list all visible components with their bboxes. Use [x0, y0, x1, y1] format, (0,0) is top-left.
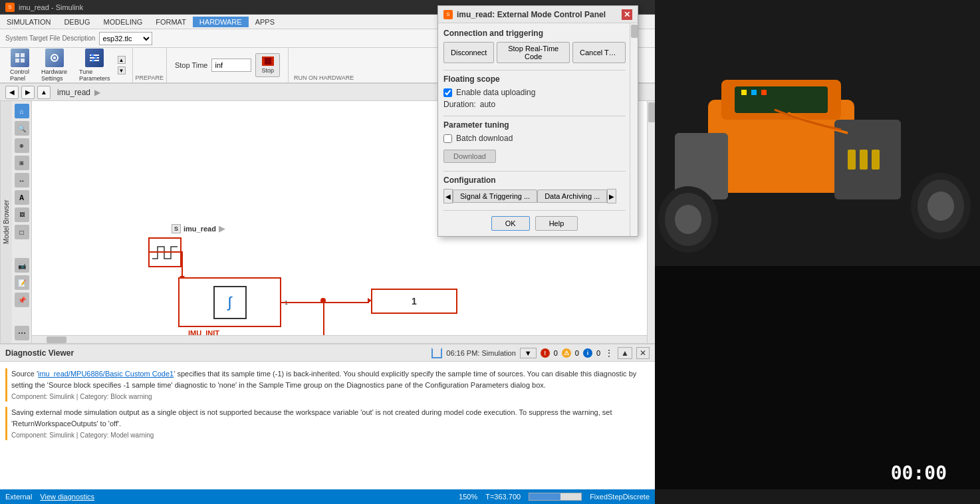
status-time: T=363.700: [485, 493, 521, 501]
canvas-scrollbar-h[interactable]: [32, 335, 647, 343]
diagnostic-content: Source 'imu_read/MPU6886/Basic Custom Co…: [0, 362, 655, 475]
stop-btn[interactable]: Stop: [255, 53, 280, 77]
system-target-select[interactable]: esp32.tlc: [99, 32, 152, 45]
sidebar-icon-text[interactable]: A: [15, 190, 29, 205]
hardware-settings-btn[interactable]: HardwareSettings: [37, 46, 72, 84]
dropdown-arrow-up[interactable]: ▲: [118, 56, 126, 64]
status-zoom: 150%: [459, 493, 477, 501]
svg-rect-0: [15, 53, 19, 57]
svg-rect-30: [872, 150, 880, 170]
svg-point-9: [91, 54, 94, 57]
separator-1: [443, 70, 626, 70]
sidebar-icon-image[interactable]: 🖼: [15, 207, 29, 222]
section2-title: Floating scope: [443, 74, 626, 84]
conn-line-horiz1: [149, 251, 182, 253]
sidebar-icon-camera[interactable]: 📷: [15, 258, 29, 273]
status-solver: FixedStepDiscrete: [590, 493, 650, 501]
nav-forward-btn[interactable]: ▶: [21, 86, 35, 99]
tune-parameters-btn[interactable]: TuneParameters: [74, 46, 115, 84]
dialog-close-btn[interactable]: ✕: [622, 9, 632, 20]
scrollbar-thumb-h[interactable]: [47, 336, 66, 343]
svg-point-20: [675, 205, 701, 234]
close-panel-btn[interactable]: ✕: [636, 347, 650, 359]
ok-btn[interactable]: OK: [491, 216, 530, 231]
sidebar-icon-arrows[interactable]: ↔: [15, 173, 29, 188]
control-panel-btn[interactable]: ControlPanel: [5, 46, 34, 84]
dialog-body: Connection and triggering Disconnect Sto…: [438, 23, 638, 236]
menu-format[interactable]: FORMAT: [149, 17, 193, 27]
scrollbar-thumb-v[interactable]: [648, 102, 655, 122]
diag-message-1: Source 'imu_read/MPU6886/Basic Custom Co…: [5, 368, 650, 402]
batch-download-label: Batch download: [456, 134, 513, 143]
nav-up-btn[interactable]: ▲: [37, 86, 51, 99]
sidebar-icon-home[interactable]: ⌂: [15, 104, 29, 118]
menu-simulation[interactable]: SIMULATION: [0, 17, 57, 27]
data-archiving-tab[interactable]: Data Archiving ...: [537, 189, 607, 203]
external-mode-dialog: S imu_read: External Mode Control Panel …: [437, 5, 638, 237]
more-options-btn[interactable]: ⋮: [604, 348, 614, 358]
dialog-scrollbar[interactable]: [630, 23, 638, 236]
svg-rect-27: [761, 90, 767, 95]
sidebar-icon-pin[interactable]: 📌: [15, 293, 29, 307]
disconnect-btn[interactable]: Disconnect: [443, 42, 494, 63]
warn-icon: ⚠: [562, 348, 571, 358]
diagnostic-time: 06:16 PM: Simulation: [446, 349, 516, 357]
prepare-label: PREPARE: [136, 74, 164, 81]
imu-init-block: ∫ 1: [178, 277, 281, 327]
menu-modeling[interactable]: MODELING: [97, 17, 150, 27]
duration-value: auto: [480, 100, 495, 109]
breadcrumb-arrow: ▶: [94, 88, 100, 97]
sidebar-icon-zoom-out[interactable]: ⊕: [15, 138, 29, 153]
dropdown-arrow-down[interactable]: ▼: [118, 66, 126, 74]
simulation-dropdown[interactable]: ▼: [520, 348, 537, 358]
section1-title: Connection and triggering: [443, 29, 626, 38]
menu-hardware[interactable]: HARDWARE: [193, 17, 249, 27]
diagnostic-controls: 06:16 PM: Simulation ▼ ! 0 ⚠ 0 i 0 ⋮ ▲: [431, 347, 650, 359]
dialog-title: imu_read: External Mode Control Panel: [457, 10, 622, 19]
menu-debug[interactable]: DEBUG: [57, 17, 96, 27]
nav-back-btn[interactable]: ◀: [5, 86, 19, 99]
sidebar-icon-fit[interactable]: ⊞: [15, 156, 29, 170]
run-on-hardware-label: RUN ON HARDWARE: [294, 74, 354, 81]
stop-time-input[interactable]: [211, 59, 251, 72]
canvas-scrollbar-v[interactable]: [647, 101, 655, 343]
diag-component-1: Component: Simulink | Category: Block wa…: [11, 392, 650, 402]
signal-triggering-tab[interactable]: Signal & Triggering ...: [453, 189, 537, 203]
right-panel: 00:00: [655, 0, 980, 504]
error-icon: !: [541, 348, 550, 358]
model-name-label: S imu_read ▶: [172, 224, 225, 233]
breadcrumb: imu_read: [57, 88, 90, 97]
menu-apps[interactable]: APPS: [249, 17, 281, 27]
status-diagnostics-link[interactable]: View diagnostics: [40, 493, 94, 501]
config-scroll-right[interactable]: ▶: [607, 189, 616, 203]
dialog-scrollbar-thumb[interactable]: [631, 25, 638, 38]
sidebar-icon-rect[interactable]: □: [15, 225, 29, 239]
config-scroll-left[interactable]: ◀: [443, 189, 453, 203]
enable-upload-row: Enable data uploading: [443, 88, 626, 97]
enable-upload-checkbox[interactable]: [443, 88, 452, 97]
section4-title: Configuration: [443, 176, 626, 185]
svg-rect-13: [655, 266, 980, 489]
progress-bar: [529, 493, 582, 501]
collapse-panel-btn[interactable]: ▲: [618, 347, 632, 359]
svg-rect-25: [741, 90, 747, 95]
model-browser-tab[interactable]: Model Browser: [0, 101, 12, 343]
error-count: 0: [554, 349, 558, 357]
stop-realtime-btn[interactable]: Stop Real-Time Code: [497, 42, 570, 63]
diag-link-1[interactable]: imu_read/MPU6886/Basic Custom Code1: [38, 370, 174, 378]
help-btn[interactable]: Help: [535, 216, 578, 231]
warn-count: 0: [575, 349, 579, 357]
sidebar-icon-zoom-in[interactable]: 🔍: [15, 121, 29, 136]
svg-point-11: [92, 59, 94, 62]
sidebar-icon-note[interactable]: 📝: [15, 275, 29, 290]
svg-rect-1: [21, 53, 25, 57]
download-btn[interactable]: Download: [443, 150, 496, 163]
batch-download-checkbox[interactable]: [443, 134, 452, 143]
duration-label: Duration:: [443, 100, 476, 109]
svg-point-5: [53, 57, 56, 59]
enable-upload-label: Enable data uploading: [456, 88, 535, 97]
output1-block: 1: [371, 289, 457, 314]
cancel-trigg-btn[interactable]: Cancel Trigg...: [572, 42, 626, 63]
camera-feed: [655, 0, 980, 504]
sidebar-icon-more[interactable]: ⋯: [15, 326, 29, 340]
